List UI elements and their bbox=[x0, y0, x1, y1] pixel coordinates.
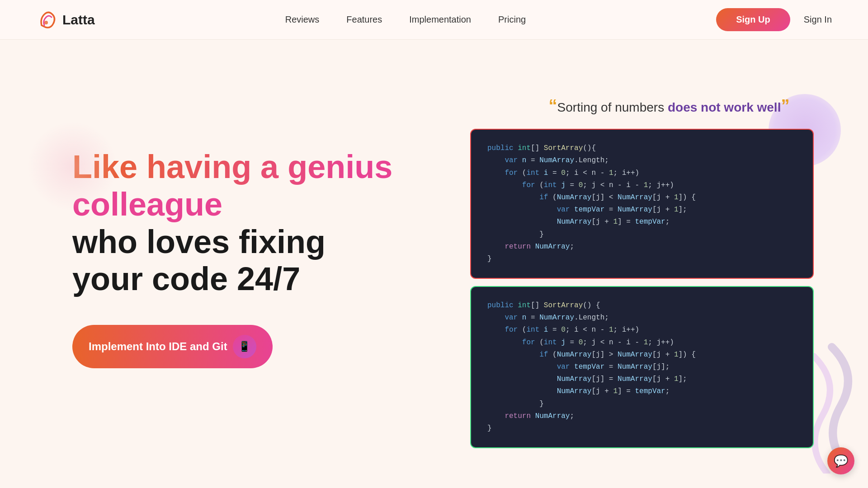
hero-title-dark: who loves fixing your code 24/7 bbox=[72, 224, 326, 297]
code-line: for (int j = 0; j < n - i - 1; j++) bbox=[487, 179, 797, 192]
chat-bubble[interactable]: 💬 bbox=[827, 447, 854, 474]
implement-button[interactable]: Implement Into IDE and Git 📱 bbox=[72, 325, 273, 368]
code-line: for (int i = 0; i < n - 1; i++) bbox=[487, 324, 797, 336]
bg-decoration-circle bbox=[27, 121, 118, 211]
quote-open: “ bbox=[549, 96, 557, 115]
code-line: } bbox=[487, 253, 797, 265]
implement-button-label: Implement Into IDE and Git bbox=[89, 340, 227, 353]
code-line: } bbox=[487, 422, 797, 435]
code-line: var tempVar = NumArray[j]; bbox=[487, 361, 797, 373]
code-line: NumArray[j] = NumArray[j + 1]; bbox=[487, 373, 797, 385]
code-line: for (int j = 0; j < n - i - 1; j++) bbox=[487, 337, 797, 349]
code-line: if (NumArray[j] > NumArray[j + 1]) { bbox=[487, 349, 797, 361]
code-line: var n = NumArray.Length; bbox=[487, 155, 797, 167]
code-line: for (int i = 0; i < n - 1; i++) bbox=[487, 167, 797, 179]
navbar: Latta Reviews Features Implementation Pr… bbox=[0, 0, 868, 40]
hero-right: “Sorting of numbers does not work well” … bbox=[470, 76, 814, 455]
nav-implementation[interactable]: Implementation bbox=[409, 14, 471, 24]
code-line: public int[] SortArray(){ bbox=[487, 142, 797, 155]
nav-actions: Sign Up Sign In bbox=[716, 8, 832, 31]
quote-before: Sorting of numbers bbox=[557, 100, 668, 114]
code-line: public int[] SortArray() { bbox=[487, 300, 797, 312]
code-line: var tempVar = NumArray[j + 1]; bbox=[487, 204, 797, 216]
code-line: NumArray[j + 1] = tempVar; bbox=[487, 385, 797, 398]
chat-icon: 💬 bbox=[834, 454, 848, 468]
code-card-fixed: public int[] SortArray() { var n = NumAr… bbox=[470, 286, 814, 448]
quote-close: ” bbox=[781, 96, 789, 115]
quote-highlight: does not work well bbox=[668, 100, 781, 114]
signin-button[interactable]: Sign In bbox=[804, 14, 832, 25]
phone-icon: 📱 bbox=[233, 335, 256, 358]
nav-pricing[interactable]: Pricing bbox=[498, 14, 526, 24]
brand-name: Latta bbox=[62, 12, 95, 28]
code-line: if (NumArray[j] < NumArray[j + 1]) { bbox=[487, 192, 797, 204]
code-line: var n = NumArray.Length; bbox=[487, 312, 797, 324]
hero-section: Like having a genius colleague who loves… bbox=[0, 40, 868, 483]
code-line: NumArray[j + 1] = tempVar; bbox=[487, 216, 797, 228]
code-card-original: public int[] SortArray(){ var n = NumArr… bbox=[470, 129, 814, 279]
nav-features[interactable]: Features bbox=[346, 14, 382, 24]
hero-title-gradient: Like having a genius colleague bbox=[72, 149, 392, 222]
nav-reviews[interactable]: Reviews bbox=[285, 14, 320, 24]
signup-button[interactable]: Sign Up bbox=[716, 8, 790, 31]
thanks-section: Thanks to bbox=[0, 483, 868, 488]
code-line: } bbox=[487, 229, 797, 241]
code-line: return NumArray; bbox=[487, 410, 797, 422]
quote-text: “Sorting of numbers does not work well” bbox=[497, 94, 841, 118]
code-line: return NumArray; bbox=[487, 241, 797, 253]
code-cards: public int[] SortArray(){ var n = NumArr… bbox=[470, 129, 814, 448]
svg-point-0 bbox=[44, 21, 48, 24]
logo-area[interactable]: Latta bbox=[36, 9, 95, 31]
code-line: } bbox=[487, 398, 797, 410]
hero-left: Like having a genius colleague who loves… bbox=[72, 76, 398, 368]
nav-links: Reviews Features Implementation Pricing bbox=[285, 14, 526, 25]
latta-logo-icon bbox=[36, 9, 58, 31]
hero-title: Like having a genius colleague who loves… bbox=[72, 148, 398, 298]
